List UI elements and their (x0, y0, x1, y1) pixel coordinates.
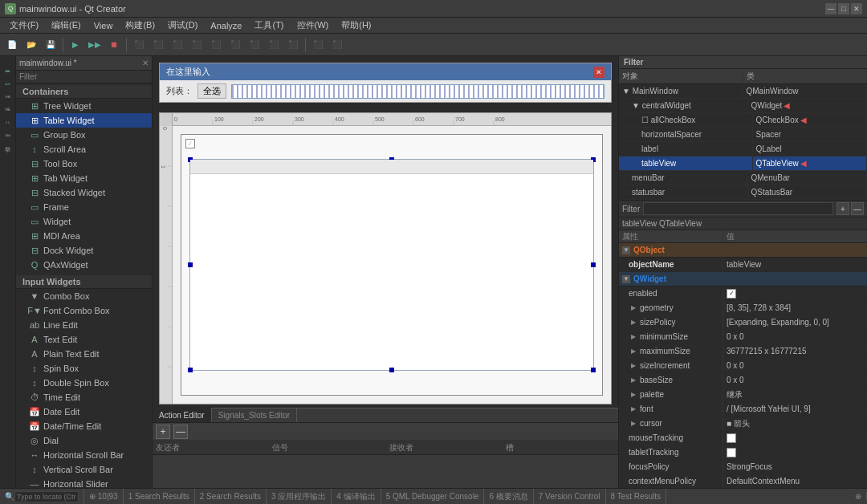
status-3-app-output[interactable]: 3 应用程序输出 (267, 489, 332, 504)
menu-debug[interactable]: 调试(D) (161, 18, 204, 34)
locate-input[interactable] (14, 491, 79, 502)
tree-row-menubar[interactable]: menuBar QMenuBar (619, 171, 867, 185)
handle-bm[interactable] (389, 368, 394, 372)
toolbar-layout-v-btn[interactable]: ⬛ (207, 36, 225, 54)
toolbar-layout-grid-btn[interactable]: ⬛ (226, 36, 244, 54)
prop-contextmenu-row[interactable]: contextMenuPolicy DefaultContextMenu (619, 474, 867, 488)
prop-focuspolicy-row[interactable]: focusPolicy StrongFocus (619, 460, 867, 474)
sidebar-dock-widget[interactable]: ⊟ Dock Widget (16, 243, 152, 258)
menu-analyze[interactable]: Analyze (204, 18, 248, 34)
toolbar-layout-h-btn[interactable]: ⬛ (188, 36, 206, 54)
sidebar-line-edit[interactable]: ab Line Edit (16, 318, 152, 332)
sidebar-date-edit[interactable]: 📅 Date Edit (16, 404, 152, 419)
toolbar-build-btn[interactable]: ▶ (67, 36, 84, 54)
prop-geometry-row[interactable]: ▶geometry [8, 35], 728 x 384] (619, 301, 867, 315)
toolbar-buddy-btn[interactable]: ⬛ (309, 36, 327, 54)
menu-tools[interactable]: 工具(T) (248, 18, 290, 34)
sidebar-plain-text-edit[interactable]: A Plain Text Edit (16, 347, 152, 361)
sidebar-time-edit[interactable]: ⏱ Time Edit (16, 390, 152, 404)
prop-sizepolicy-row[interactable]: ▶sizePolicy [Expanding, Expanding, 0, 0] (619, 315, 867, 330)
sidebar-v-scrollbar[interactable]: ↕ Vertical Scroll Bar (16, 462, 152, 477)
prop-objectname-row[interactable]: objectName tableView (619, 258, 867, 272)
prop-basesize-row[interactable]: ▶baseSize 0 x 0 (619, 373, 867, 388)
toolbar-break-layout-btn[interactable]: ⬛ (265, 36, 283, 54)
status-1-search[interactable]: 1 Search Results (124, 489, 195, 504)
prop-add-btn[interactable]: + (836, 202, 849, 215)
status-2-search[interactable]: 2 Search Results (195, 489, 267, 504)
status-6-summary[interactable]: 6 概要消息 (484, 489, 533, 504)
all-checkbox[interactable]: ✓ (185, 139, 195, 148)
prop-palette-row[interactable]: ▶palette 继承 (619, 388, 867, 402)
main-window-form[interactable]: ✓ (181, 134, 603, 396)
window-controls[interactable]: — □ ✕ (825, 3, 862, 14)
left-icon-test[interactable]: 测 (1, 124, 15, 135)
tree-row-tableview[interactable]: tableView QTableView ◀ (619, 156, 867, 171)
sidebar-group-box[interactable]: ▭ Group Box (16, 128, 152, 142)
left-icon-debug[interactable]: 调 (1, 85, 15, 96)
left-icon-help[interactable]: 帮 (1, 136, 15, 148)
prop-remove-btn[interactable]: — (851, 202, 864, 215)
basesize-expand[interactable]: ▶ (629, 376, 638, 385)
tree-row-label[interactable]: label QLabel (619, 142, 867, 156)
sidebar-tree-widget[interactable]: ⊞ Tree Widget (16, 99, 152, 113)
sidebar-h-slider[interactable]: — Horizontal Slider (16, 477, 152, 488)
toolbar-open-btn[interactable]: 📂 (22, 36, 40, 54)
status-8-test[interactable]: 8 Test Results (606, 489, 667, 504)
toolbar-align-center-btn[interactable]: ⬛ (149, 36, 167, 54)
geometry-expand[interactable]: ▶ (629, 303, 638, 313)
tree-row-hspacer[interactable]: horizontalSpacer Spacer (619, 128, 867, 142)
toolbar-align-left-btn[interactable]: ⬛ (130, 36, 148, 54)
prop-cursor-row[interactable]: ▶cursor ■ 箭头 (619, 417, 867, 431)
tree-row-allcheckbox[interactable]: ☐ allCheckBox QCheckBox ◀ (619, 113, 867, 128)
enabled-checkbox[interactable]: ✓ (727, 289, 736, 299)
prop-maxsize-row[interactable]: ▶maximumSize 36777215 x 16777215 (619, 344, 867, 359)
handle-br[interactable] (591, 368, 596, 372)
close-file-btn[interactable]: ✕ (142, 59, 149, 67)
toolbar-layout-form-btn[interactable]: ⬛ (246, 36, 263, 54)
menu-widgets[interactable]: 控件(W) (291, 18, 336, 34)
prop-enabled-row[interactable]: enabled ✓ (619, 287, 867, 301)
sidebar-datetime-edit[interactable]: 📅 Date/Time Edit (16, 419, 152, 433)
font-expand[interactable]: ▶ (629, 404, 638, 414)
sidebar-qaxwidget[interactable]: Q QAxWidget (16, 258, 152, 272)
toolbar-align-right-btn[interactable]: ⬛ (169, 36, 186, 54)
prop-mousetracking-row[interactable]: mouseTracking (619, 431, 867, 445)
qwidget-section-header[interactable]: ▼ QWidget (619, 272, 867, 287)
toolbar-stop-btn[interactable]: ⏹ (105, 36, 123, 54)
status-zoom[interactable]: ⊕ (850, 492, 867, 501)
tree-row-centralwidget[interactable]: ▼ centralWidget QWidget ◀ (619, 99, 867, 113)
sidebar-widget[interactable]: ▭ Widget (16, 214, 152, 229)
sidebar-dial[interactable]: ◎ Dial (16, 433, 152, 448)
qobject-section-header[interactable]: ▼ QObject (619, 243, 867, 258)
containers-section-header[interactable]: Containers (16, 85, 152, 99)
toolbar-save-btn[interactable]: 💾 (42, 36, 59, 54)
status-7-version-control[interactable]: 7 Version Control (534, 489, 606, 504)
maxsize-expand[interactable]: ▶ (629, 347, 638, 356)
menu-file[interactable]: 文件(F) (3, 18, 45, 34)
column-input[interactable] (231, 84, 604, 99)
menu-edit[interactable]: 编辑(E) (45, 18, 88, 34)
sidebar-spin-box[interactable]: ↕ Spin Box (16, 361, 152, 376)
close-button[interactable]: ✕ (851, 3, 862, 14)
tablettracking-checkbox[interactable] (727, 448, 736, 457)
toolbar-adjust-size-btn[interactable]: ⬛ (284, 36, 302, 54)
prop-tablettracking-row[interactable]: tabletTracking (619, 445, 867, 460)
menu-build[interactable]: 构建(B) (119, 18, 161, 34)
left-icon-widgets[interactable]: 窗件 (1, 59, 15, 71)
palette-expand[interactable]: ▶ (629, 390, 638, 400)
menu-help[interactable]: 帮助(H) (335, 18, 377, 34)
sizeincrement-expand[interactable]: ▶ (629, 361, 638, 371)
left-icon-analyze[interactable]: 分 (1, 111, 15, 122)
sidebar-scroll-area[interactable]: ↕ Scroll Area (16, 142, 152, 156)
tree-row-statusbar[interactable]: statusbar QStatusBar (619, 185, 867, 200)
tree-row-mainwindow[interactable]: ▼ MainWindow QMainWindow (619, 84, 867, 99)
sidebar-text-edit[interactable]: A Text Edit (16, 332, 152, 347)
prop-font-row[interactable]: ▶font / [Microsoft YaHei UI, 9] (619, 402, 867, 417)
sidebar-tab-widget[interactable]: ⊞ Tab Widget (16, 171, 152, 185)
status-4-compile[interactable]: 4 编译输出 (332, 489, 381, 504)
sidebar-tool-box[interactable]: ⊟ Tool Box (16, 156, 152, 171)
left-icon-project[interactable]: 项 (1, 98, 15, 109)
sidebar-h-scrollbar[interactable]: ↔ Horizontal Scroll Bar (16, 448, 152, 462)
minsize-expand[interactable]: ▶ (629, 332, 638, 342)
sidebar-table-widget[interactable]: ⊞ Table Widget (16, 113, 152, 128)
